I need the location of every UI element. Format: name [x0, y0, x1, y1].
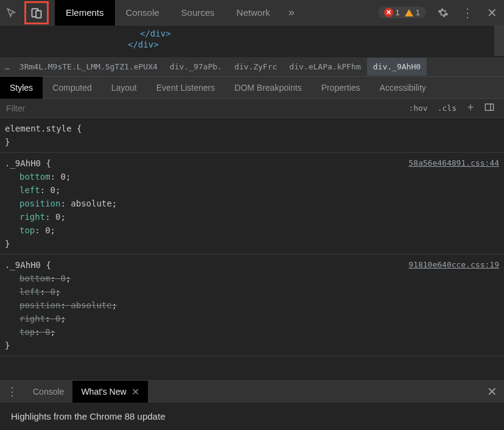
dom-line: </div> — [128, 40, 159, 49]
selector: ._9AhH0 — [5, 260, 41, 270]
breadcrumb-item[interactable]: div.ZyFrc — [228, 62, 283, 71]
devtools-toolbar: Elements Console Sources Network » ✕ 1 1… — [0, 0, 504, 26]
prop-value: 0 — [45, 225, 50, 235]
breadcrumb-item[interactable]: div.eLAPa.kPFhm — [283, 62, 366, 71]
panel-tab-computed[interactable]: Computed — [43, 77, 102, 99]
toolbar-right: ⋮ ✕ — [431, 0, 504, 26]
drawer-tab-label: What's New — [81, 387, 126, 397]
prop-name: position — [19, 300, 60, 310]
prop-value: absolute — [71, 199, 111, 208]
device-toggle-icon[interactable] — [24, 1, 49, 24]
svg-rect-1 — [36, 10, 41, 18]
tab-sources[interactable]: Sources — [170, 0, 226, 26]
drawer-menu-icon[interactable]: ⋮ — [0, 385, 24, 398]
styles-filter-bar: :hov .cls — [0, 99, 504, 118]
tab-network[interactable]: Network — [226, 0, 281, 26]
source-link[interactable]: 91810e640cce.css:19 — [408, 258, 499, 272]
styles-filter-input[interactable] — [0, 99, 404, 118]
panel-tab-styles[interactable]: Styles — [0, 77, 43, 99]
panel-tab-dom-breakpoints[interactable]: DOM Breakpoints — [225, 77, 311, 99]
breadcrumb-item-selected[interactable]: div._9AhH0 — [367, 58, 427, 76]
prop-name: right — [19, 212, 45, 222]
kebab-menu-icon[interactable]: ⋮ — [455, 0, 480, 26]
tab-console[interactable]: Console — [115, 0, 170, 26]
panel-tab-layout[interactable]: Layout — [102, 77, 147, 99]
prop-name: bottom — [19, 273, 51, 283]
cls-toggle[interactable]: .cls — [433, 104, 461, 113]
styles-pane: element.style { } 58a56e464891.css:44 ._… — [0, 118, 504, 356]
drawer-tab-console[interactable]: Console — [24, 381, 72, 403]
prop-value: 0 — [51, 287, 55, 297]
toggle-sidebar-icon[interactable] — [480, 103, 499, 113]
prop-name: bottom — [19, 172, 51, 182]
prop-value: 0 — [60, 172, 65, 182]
dom-tree-preview[interactable]: </div> </div> — [0, 26, 504, 57]
style-rule-overridden[interactable]: 91810e640cce.css:19 ._9AhH0 { bottom: 0;… — [0, 255, 504, 356]
prop-name: left — [19, 287, 40, 297]
drawer-tabs: ⋮ Console What's New ✕ ✕ — [0, 381, 504, 403]
prop-value: 0 — [51, 185, 55, 195]
close-tab-icon[interactable]: ✕ — [131, 386, 139, 398]
error-count: 1 — [396, 8, 400, 17]
more-tabs-icon[interactable]: » — [281, 6, 302, 19]
hov-toggle[interactable]: :hov — [404, 104, 432, 113]
error-icon: ✕ — [384, 8, 393, 17]
breadcrumb-ellipsis[interactable]: … — [1, 62, 13, 71]
svg-rect-2 — [485, 104, 493, 111]
main-tabs: Elements Console Sources Network » — [55, 0, 302, 26]
style-rule-element[interactable]: element.style { } — [0, 118, 504, 153]
selector: element.style — [5, 124, 72, 133]
drawer: ⋮ Console What's New ✕ ✕ Highlights from… — [0, 380, 504, 430]
prop-name: position — [19, 199, 60, 208]
drawer-tab-whatsnew[interactable]: What's New ✕ — [72, 381, 147, 403]
selector: ._9AhH0 — [5, 158, 41, 168]
settings-icon[interactable] — [431, 0, 455, 26]
tab-elements[interactable]: Elements — [55, 0, 115, 26]
prop-name: left — [19, 185, 40, 195]
prop-name: right — [19, 314, 45, 323]
prop-value: 0 — [60, 273, 65, 283]
scrollbar[interactable] — [494, 26, 504, 56]
new-rule-icon[interactable] — [461, 103, 480, 113]
breadcrumb-item[interactable]: 3Rm4L.M9sTE.L_LMM.SgTZ1.ePUX4 — [13, 62, 164, 71]
styles-panel-tabs: Styles Computed Layout Event Listeners D… — [0, 77, 504, 99]
panel-tab-properties[interactable]: Properties — [312, 77, 370, 99]
source-link[interactable]: 58a56e464891.css:44 — [408, 157, 499, 170]
panel-tab-event-listeners[interactable]: Event Listeners — [147, 77, 225, 99]
panel-tab-accessibility[interactable]: Accessibility — [370, 77, 436, 99]
dom-breadcrumb: … 3Rm4L.M9sTE.L_LMM.SgTZ1.ePUX4 div._97a… — [0, 57, 504, 77]
drawer-content: Highlights from the Chrome 88 update — [0, 403, 504, 430]
style-rule[interactable]: 58a56e464891.css:44 ._9AhH0 { bottom: 0;… — [0, 153, 504, 255]
prop-name: top — [19, 327, 35, 337]
inspect-icon[interactable] — [0, 0, 23, 26]
prop-value: 0 — [45, 327, 50, 337]
dom-line: </div> — [140, 29, 171, 38]
close-devtools-icon[interactable]: ✕ — [480, 0, 504, 26]
warning-count: 1 — [416, 8, 420, 17]
prop-value: absolute — [71, 300, 111, 310]
prop-name: top — [19, 225, 35, 235]
drawer-close-icon[interactable]: ✕ — [480, 384, 504, 399]
breadcrumb-item[interactable]: div._97aPb. — [164, 62, 228, 71]
issues-badge[interactable]: ✕ 1 1 — [378, 7, 426, 18]
warning-icon — [405, 9, 413, 16]
filter-actions: :hov .cls — [404, 103, 504, 113]
